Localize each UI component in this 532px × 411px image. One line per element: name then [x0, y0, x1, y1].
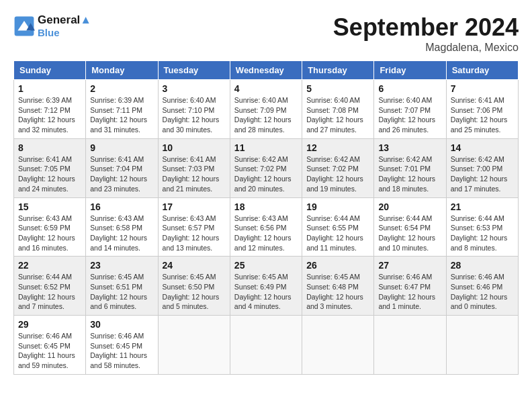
- table-row: 9Sunrise: 6:41 AM Sunset: 7:04 PM Daylig…: [86, 138, 158, 197]
- day-number: 21: [451, 201, 514, 212]
- location: Magdalena, Mexico: [333, 42, 519, 54]
- day-number: 7: [451, 83, 514, 94]
- table-row: 14Sunrise: 6:42 AM Sunset: 7:00 PM Dayli…: [446, 138, 518, 197]
- day-number: 12: [306, 142, 369, 153]
- day-number: 9: [90, 142, 153, 153]
- day-number: 25: [234, 260, 298, 271]
- day-info: Sunrise: 6:42 AM Sunset: 7:00 PM Dayligh…: [451, 154, 514, 194]
- day-number: 3: [163, 83, 226, 94]
- logo: General▲ Blue: [13, 13, 91, 38]
- table-row: 21Sunrise: 6:44 AM Sunset: 6:53 PM Dayli…: [446, 197, 518, 257]
- table-row: 22Sunrise: 6:44 AM Sunset: 6:52 PM Dayli…: [14, 257, 86, 316]
- day-info: Sunrise: 6:39 AM Sunset: 7:11 PM Dayligh…: [90, 95, 153, 135]
- day-number: 4: [234, 83, 298, 94]
- day-info: Sunrise: 6:45 AM Sunset: 6:48 PM Dayligh…: [306, 272, 369, 312]
- page-header: General▲ Blue September 2024 Magdalena, …: [13, 13, 519, 54]
- day-info: Sunrise: 6:43 AM Sunset: 6:59 PM Dayligh…: [18, 214, 81, 253]
- table-row: 2Sunrise: 6:39 AM Sunset: 7:11 PM Daylig…: [86, 80, 158, 139]
- table-row: [302, 316, 374, 375]
- day-number: 17: [163, 201, 226, 212]
- table-row: 3Sunrise: 6:40 AM Sunset: 7:10 PM Daylig…: [158, 80, 230, 139]
- table-row: 5Sunrise: 6:40 AM Sunset: 7:08 PM Daylig…: [302, 80, 374, 139]
- table-row: 24Sunrise: 6:45 AM Sunset: 6:50 PM Dayli…: [158, 257, 230, 316]
- header-friday: Friday: [374, 61, 446, 80]
- day-number: 5: [306, 83, 369, 94]
- table-row: 15Sunrise: 6:43 AM Sunset: 6:59 PM Dayli…: [14, 197, 86, 257]
- table-row: 1Sunrise: 6:39 AM Sunset: 7:12 PM Daylig…: [14, 80, 86, 139]
- table-row: 10Sunrise: 6:41 AM Sunset: 7:03 PM Dayli…: [158, 138, 230, 197]
- day-info: Sunrise: 6:40 AM Sunset: 7:08 PM Dayligh…: [306, 95, 369, 135]
- day-info: Sunrise: 6:45 AM Sunset: 6:50 PM Dayligh…: [163, 272, 226, 312]
- day-info: Sunrise: 6:42 AM Sunset: 7:02 PM Dayligh…: [234, 154, 298, 194]
- header-sunday: Sunday: [14, 61, 86, 80]
- table-row: 29Sunrise: 6:46 AM Sunset: 6:45 PM Dayli…: [14, 316, 86, 375]
- header-thursday: Thursday: [302, 61, 374, 80]
- day-number: 15: [18, 201, 81, 212]
- day-info: Sunrise: 6:43 AM Sunset: 6:57 PM Dayligh…: [163, 214, 226, 253]
- table-row: 6Sunrise: 6:40 AM Sunset: 7:07 PM Daylig…: [374, 80, 446, 139]
- logo-text: General▲ Blue: [38, 13, 91, 38]
- day-info: Sunrise: 6:40 AM Sunset: 7:10 PM Dayligh…: [163, 95, 226, 135]
- table-row: [446, 316, 518, 375]
- table-row: 19Sunrise: 6:44 AM Sunset: 6:55 PM Dayli…: [302, 197, 374, 257]
- day-number: 20: [378, 201, 441, 212]
- calendar-week-row: 8Sunrise: 6:41 AM Sunset: 7:05 PM Daylig…: [14, 138, 519, 197]
- day-number: 29: [18, 319, 81, 330]
- calendar-week-row: 1Sunrise: 6:39 AM Sunset: 7:12 PM Daylig…: [14, 80, 519, 139]
- day-number: 19: [306, 201, 369, 212]
- day-info: Sunrise: 6:45 AM Sunset: 6:51 PM Dayligh…: [90, 272, 153, 312]
- day-info: Sunrise: 6:44 AM Sunset: 6:55 PM Dayligh…: [306, 214, 369, 253]
- day-number: 11: [234, 142, 298, 153]
- table-row: [374, 316, 446, 375]
- day-info: Sunrise: 6:41 AM Sunset: 7:03 PM Dayligh…: [163, 154, 226, 194]
- day-number: 1: [18, 83, 81, 94]
- day-number: 8: [18, 142, 81, 153]
- logo-icon: [13, 15, 35, 37]
- title-block: September 2024 Magdalena, Mexico: [333, 13, 519, 54]
- day-info: Sunrise: 6:46 AM Sunset: 6:47 PM Dayligh…: [378, 272, 441, 312]
- day-number: 23: [90, 260, 153, 271]
- day-number: 18: [234, 201, 298, 212]
- day-number: 27: [378, 260, 441, 271]
- day-number: 6: [378, 83, 441, 94]
- table-row: 8Sunrise: 6:41 AM Sunset: 7:05 PM Daylig…: [14, 138, 86, 197]
- day-info: Sunrise: 6:41 AM Sunset: 7:05 PM Dayligh…: [18, 154, 81, 194]
- header-saturday: Saturday: [446, 61, 518, 80]
- table-row: 17Sunrise: 6:43 AM Sunset: 6:57 PM Dayli…: [158, 197, 230, 257]
- day-number: 14: [451, 142, 514, 153]
- table-row: 28Sunrise: 6:46 AM Sunset: 6:46 PM Dayli…: [446, 257, 518, 316]
- day-info: Sunrise: 6:40 AM Sunset: 7:09 PM Dayligh…: [234, 95, 298, 135]
- day-info: Sunrise: 6:44 AM Sunset: 6:53 PM Dayligh…: [451, 214, 514, 253]
- header-wednesday: Wednesday: [230, 61, 302, 80]
- calendar-week-row: 22Sunrise: 6:44 AM Sunset: 6:52 PM Dayli…: [14, 257, 519, 316]
- table-row: 27Sunrise: 6:46 AM Sunset: 6:47 PM Dayli…: [374, 257, 446, 316]
- day-info: Sunrise: 6:45 AM Sunset: 6:49 PM Dayligh…: [234, 272, 298, 312]
- table-row: [230, 316, 302, 375]
- table-row: 11Sunrise: 6:42 AM Sunset: 7:02 PM Dayli…: [230, 138, 302, 197]
- calendar: Sunday Monday Tuesday Wednesday Thursday…: [13, 60, 519, 375]
- day-number: 10: [163, 142, 226, 153]
- table-row: 16Sunrise: 6:43 AM Sunset: 6:58 PM Dayli…: [86, 197, 158, 257]
- table-row: 23Sunrise: 6:45 AM Sunset: 6:51 PM Dayli…: [86, 257, 158, 316]
- day-info: Sunrise: 6:40 AM Sunset: 7:07 PM Dayligh…: [378, 95, 441, 135]
- table-row: 13Sunrise: 6:42 AM Sunset: 7:01 PM Dayli…: [374, 138, 446, 197]
- day-info: Sunrise: 6:43 AM Sunset: 6:56 PM Dayligh…: [234, 214, 298, 253]
- table-row: 25Sunrise: 6:45 AM Sunset: 6:49 PM Dayli…: [230, 257, 302, 316]
- month-title: September 2024: [333, 13, 519, 42]
- table-row: 26Sunrise: 6:45 AM Sunset: 6:48 PM Dayli…: [302, 257, 374, 316]
- day-number: 16: [90, 201, 153, 212]
- calendar-week-row: 15Sunrise: 6:43 AM Sunset: 6:59 PM Dayli…: [14, 197, 519, 257]
- table-row: [158, 316, 230, 375]
- table-row: 30Sunrise: 6:46 AM Sunset: 6:45 PM Dayli…: [86, 316, 158, 375]
- table-row: 7Sunrise: 6:41 AM Sunset: 7:06 PM Daylig…: [446, 80, 518, 139]
- table-row: 20Sunrise: 6:44 AM Sunset: 6:54 PM Dayli…: [374, 197, 446, 257]
- day-number: 2: [90, 83, 153, 94]
- day-number: 22: [18, 260, 81, 271]
- table-row: 12Sunrise: 6:42 AM Sunset: 7:02 PM Dayli…: [302, 138, 374, 197]
- day-info: Sunrise: 6:41 AM Sunset: 7:06 PM Dayligh…: [451, 95, 514, 135]
- calendar-header-row: Sunday Monday Tuesday Wednesday Thursday…: [14, 61, 519, 80]
- day-number: 30: [90, 319, 153, 330]
- header-tuesday: Tuesday: [158, 61, 230, 80]
- table-row: 18Sunrise: 6:43 AM Sunset: 6:56 PM Dayli…: [230, 197, 302, 257]
- day-info: Sunrise: 6:44 AM Sunset: 6:52 PM Dayligh…: [18, 272, 81, 312]
